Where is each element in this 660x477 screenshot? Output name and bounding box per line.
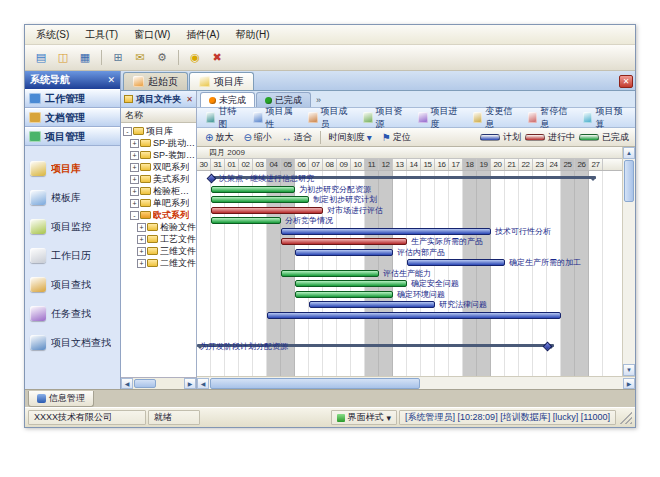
time-scale-button[interactable]: 时间刻度▾ [325,130,376,145]
task-bar[interactable] [211,207,323,214]
menu-item-help[interactable]: 帮助(H) [229,26,277,44]
locate-button[interactable]: ⚑定位 [378,130,415,145]
chevron-down-icon[interactable]: ▾ [387,413,392,423]
resize-grip[interactable] [620,412,632,424]
task-bar[interactable] [281,238,407,245]
tree-item[interactable]: +检验文件 [121,221,196,233]
tree-expander-icon[interactable]: + [137,259,146,268]
scroll-up-icon[interactable]: ▲ [623,147,635,159]
pause-view-button[interactable]: 暂停信息 [523,109,576,126]
tree-expander-icon[interactable]: + [137,235,146,244]
sidebar-items: 项目库模板库项目监控工作日历项目查找任务查找项目文档查找 [25,146,120,389]
task-bar[interactable] [309,301,435,308]
tree-expander-icon[interactable]: + [130,199,139,208]
budget-view-button[interactable]: 项目预算 [578,109,631,126]
tree-item[interactable]: +SP-装卸机系列 [121,149,196,161]
tab-label: 项目库 [214,75,244,89]
tree-item[interactable]: -欧式系列 [121,209,196,221]
resources-view-button[interactable]: 项目资源 [358,109,411,126]
task-bar[interactable] [295,249,393,256]
lock-button[interactable]: ◉ [185,48,205,67]
sidebar-section-work-mgmt[interactable]: 工作管理 [25,89,120,108]
scroll-down-icon[interactable]: ▼ [623,364,635,376]
bottom-tab-info-management[interactable]: 信息管理 [28,391,94,407]
scroll-thumb[interactable] [624,160,634,202]
gantt-hscroll[interactable]: ◀ ▶ [197,376,635,389]
tree-expander-icon[interactable]: - [123,127,132,136]
tree-expander-icon[interactable]: + [137,223,146,232]
scroll-left-icon[interactable]: ◀ [121,378,133,389]
scroll-thumb[interactable] [210,378,420,389]
scroll-right-icon[interactable]: ▶ [184,378,196,389]
tree-item[interactable]: +单吧系列 [121,197,196,209]
scroll-right-icon[interactable]: ▶ [623,378,635,389]
chevron-double-icon[interactable]: » [312,95,325,105]
tree-expander-icon[interactable]: + [130,139,139,148]
sidebar-item-project-doc-search[interactable]: 项目文档查找 [25,328,120,357]
task-bar[interactable] [211,196,309,203]
print-button[interactable]: ⊞ [108,48,128,67]
tree-expander-icon[interactable]: + [130,187,139,196]
mail-button[interactable]: ✉ [130,48,150,67]
menu-item-plugins[interactable]: 插件(A) [179,26,226,44]
task-bar[interactable] [295,280,407,287]
sidebar-item-template-library[interactable]: 模板库 [25,183,120,212]
tree-item[interactable]: -项目库 [121,125,196,137]
tree-expander-icon[interactable]: + [130,175,139,184]
name-column-header[interactable]: 名称 [121,108,196,123]
new-button[interactable]: ▤ [31,48,51,67]
task-bar[interactable] [295,291,393,298]
tree-item[interactable]: +二维文件 [121,257,196,269]
sidebar-section-project-mgmt[interactable]: 项目管理 [25,127,120,146]
tree-expander-icon[interactable]: - [130,211,139,220]
sidebar-item-work-calendar[interactable]: 工作日历 [25,241,120,270]
task-bar[interactable] [211,217,281,224]
sidebar-item-project-library[interactable]: 项目库 [25,154,120,183]
zoom-in-button[interactable]: ⊕放大 [201,130,237,145]
open-button[interactable]: ◫ [53,48,73,67]
sidebar-section-doc-mgmt[interactable]: 文档管理 [25,108,120,127]
settings-button[interactable]: ⚙ [152,48,172,67]
exit-button[interactable]: ✖ [207,48,227,67]
menu-item-tools[interactable]: 工具(T) [78,26,125,44]
task-bar[interactable] [281,228,491,235]
folder-panel-close-icon[interactable]: ✕ [186,95,193,104]
tab-project-library[interactable]: 项目库 [189,72,254,90]
tree-expander-icon[interactable]: + [130,151,139,160]
sidebar-item-task-search[interactable]: 任务查找 [25,299,120,328]
sidebar-close-icon[interactable]: ✕ [107,75,115,85]
task-bar[interactable] [267,312,561,319]
properties-view-button[interactable]: 项目属性 [248,109,301,126]
task-bar[interactable] [211,186,295,193]
members-view-button[interactable]: 项目成员 [303,109,356,126]
zoom-out-button[interactable]: ⊖缩小 [239,130,275,145]
tree-item[interactable]: +工艺文件 [121,233,196,245]
tree-item[interactable]: +三维文件 [121,245,196,257]
tab-start-page[interactable]: 起始页 [123,72,188,90]
tree-item[interactable]: +检验柜系列 [121,185,196,197]
changes-view-button[interactable]: 变更信息 [468,109,521,126]
progress-view-button[interactable]: 项目进度 [413,109,466,126]
scroll-left-icon[interactable]: ◀ [197,378,209,389]
gantt-view-button[interactable]: 甘特图 [201,109,246,126]
tree-expander-icon[interactable]: + [137,247,146,256]
sidebar-item-project-monitor[interactable]: 项目监控 [25,212,120,241]
gantt-vscroll[interactable]: ▲ ▼ [622,147,635,376]
tree-expander-icon[interactable]: + [130,163,139,172]
task-bar[interactable] [407,259,505,266]
tree-item[interactable]: +SP-跳动机系列 [121,137,196,149]
sidebar-item-project-search[interactable]: 项目查找 [25,270,120,299]
save-button[interactable]: ▦ [75,48,95,67]
task-bar[interactable] [281,270,379,277]
menu-item-window[interactable]: 窗口(W) [127,26,177,44]
folder-tree-hscroll[interactable]: ◀ ▶ [121,377,196,389]
folder-icon [147,235,158,243]
fit-button[interactable]: ↔适合 [278,130,316,145]
day-cell: 13 [393,159,407,170]
menu-item-system[interactable]: 系统(S) [29,26,76,44]
tree-item[interactable]: +美式系列 [121,173,196,185]
close-tab-icon[interactable]: ✕ [619,75,633,88]
tree-item[interactable]: +双吧系列 [121,161,196,173]
ui-style-selector[interactable]: 界面样式 ▾ [331,410,398,425]
scroll-thumb[interactable] [134,379,156,388]
